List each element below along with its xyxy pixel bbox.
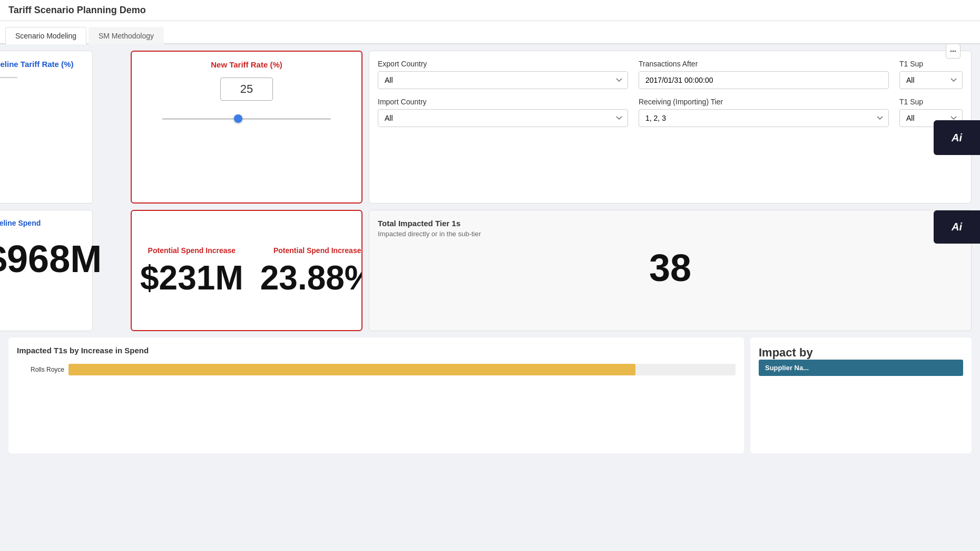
slider-track <box>162 118 331 120</box>
potential-spend-card: Potential Spend Increase $231M Potential… <box>131 210 362 331</box>
export-country-select[interactable]: All <box>378 71 628 89</box>
total-impacted-card: Total Impacted Tier 1s Impacted directly… <box>369 210 972 331</box>
t1-sup-filter-1: T1 Sup All <box>899 60 963 89</box>
t1-sup-label-1: T1 Sup <box>899 60 963 68</box>
potential-spend-pct-value: 23.88% <box>260 261 362 295</box>
slider-fill <box>162 118 238 120</box>
transactions-after-label: Transactions After <box>639 60 889 68</box>
new-tariff-card: New Tariff Rate (%) <box>131 51 362 204</box>
tab-sm-methodology[interactable]: SM Methodology <box>89 27 164 44</box>
baseline-tariff-card: Baseline Tariff Rate (%) <box>0 51 93 204</box>
bar-label: Rolls Royce <box>17 366 64 373</box>
tariff-rate-input[interactable] <box>220 78 273 101</box>
ai-badge-2[interactable]: Ai <box>934 210 980 244</box>
tabs-bar: Scenario Modeling SM Methodology <box>0 21 980 44</box>
baseline-tariff-divider <box>0 77 17 78</box>
main-content: Baseline Tariff Rate (%) New Tariff Rate… <box>0 44 980 551</box>
new-tariff-title: New Tariff Rate (%) <box>211 60 282 69</box>
ai-badge-1[interactable]: Ai <box>934 120 980 155</box>
app-container: Tariff Scenario Planning Demo Scenario M… <box>0 0 980 551</box>
filters-grid: Export Country All Transactions After T1… <box>378 60 963 127</box>
menu-dots-icon <box>949 47 957 55</box>
potential-spend-dollar-value: $231M <box>140 261 243 295</box>
row2: Baseline Spend $968M Potential Spend Inc… <box>8 210 972 331</box>
spend-pct-half: Potential Spend Increase 23.88% <box>252 211 362 330</box>
t1-sup-select-1[interactable]: All <box>899 71 963 89</box>
import-country-label: Import Country <box>378 98 628 106</box>
tab-scenario-modeling[interactable]: Scenario Modeling <box>5 27 86 44</box>
total-impacted-subtitle: Impacted directly or in the sub-tier <box>378 230 963 238</box>
header: Tariff Scenario Planning Demo <box>0 0 980 21</box>
bar-row-rolls-royce: Rolls Royce <box>17 361 736 378</box>
t1s-chart-title: Impacted T1s by Increase in Spend <box>17 346 736 355</box>
transactions-after-input[interactable] <box>639 71 889 89</box>
impact-by-table-header: Supplier Na... <box>759 360 963 376</box>
transactions-after-filter: Transactions After <box>639 60 889 89</box>
svg-point-0 <box>950 51 952 52</box>
total-impacted-value: 38 <box>378 246 963 289</box>
impact-by-card: Impact by Supplier Na... <box>750 337 972 453</box>
receiving-tier-select[interactable]: 1, 2, 3 <box>639 109 889 127</box>
impact-by-title: Impact by <box>759 346 963 360</box>
filters-menu-icon[interactable] <box>946 44 961 59</box>
row1: Baseline Tariff Rate (%) New Tariff Rate… <box>8 51 972 204</box>
baseline-spend-card: Baseline Spend $968M <box>0 210 93 331</box>
total-impacted-title: Total Impacted Tier 1s <box>378 219 963 228</box>
bar-outer <box>68 364 736 375</box>
tariff-slider-container <box>162 113 331 124</box>
svg-point-1 <box>953 51 954 52</box>
t1-sup-label-2: T1 Sup <box>899 98 963 106</box>
receiving-tier-filter: Receiving (Importing) Tier 1, 2, 3 <box>639 98 889 127</box>
import-country-filter: Import Country All <box>378 98 628 127</box>
potential-spend-dollar-title: Potential Spend Increase <box>148 246 236 255</box>
receiving-tier-label: Receiving (Importing) Tier <box>639 98 889 106</box>
page-title: Tariff Scenario Planning Demo <box>8 5 146 16</box>
bar-chart: Rolls Royce <box>17 361 736 378</box>
baseline-tariff-title: Baseline Tariff Rate (%) <box>0 60 84 69</box>
import-country-select[interactable]: All <box>378 109 628 127</box>
slider-thumb[interactable] <box>234 114 242 123</box>
potential-spend-pct-title: Potential Spend Increase <box>273 246 361 255</box>
spend-dollar-half: Potential Spend Increase $231M <box>132 211 252 330</box>
export-country-filter: Export Country All <box>378 60 628 89</box>
export-country-label: Export Country <box>378 60 628 68</box>
t1s-chart-card: Impacted T1s by Increase in Spend Rolls … <box>8 337 744 453</box>
baseline-spend-title: Baseline Spend <box>0 219 84 227</box>
bar-inner <box>68 364 635 375</box>
svg-point-2 <box>955 51 956 52</box>
baseline-spend-value: $968M <box>0 240 84 278</box>
filters-card: Export Country All Transactions After T1… <box>369 51 972 204</box>
row3: Impacted T1s by Increase in Spend Rolls … <box>8 337 972 453</box>
